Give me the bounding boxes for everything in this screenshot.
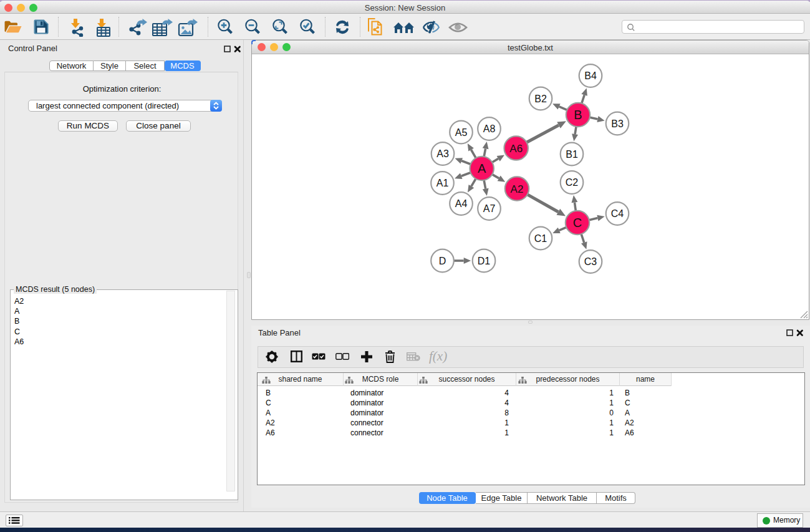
svg-text:C4: C4 bbox=[611, 208, 624, 219]
svg-text:B3: B3 bbox=[611, 118, 624, 129]
svg-text:A8: A8 bbox=[483, 123, 496, 134]
svg-text:B1: B1 bbox=[566, 149, 578, 160]
svg-text:A1: A1 bbox=[436, 178, 449, 188]
svg-text:D1: D1 bbox=[478, 256, 491, 266]
svg-text:A6: A6 bbox=[509, 143, 523, 155]
svg-text:A: A bbox=[478, 162, 486, 175]
svg-text:B: B bbox=[574, 108, 582, 122]
svg-text:A5: A5 bbox=[455, 127, 468, 138]
svg-text:B2: B2 bbox=[534, 94, 547, 104]
svg-text:D: D bbox=[439, 256, 446, 266]
svg-text:B4: B4 bbox=[584, 70, 597, 81]
svg-text:A7: A7 bbox=[483, 203, 496, 214]
svg-text:C3: C3 bbox=[584, 256, 597, 267]
svg-text:C: C bbox=[573, 216, 582, 230]
svg-text:A3: A3 bbox=[436, 148, 449, 159]
svg-text:C2: C2 bbox=[566, 177, 579, 188]
svg-text:A4: A4 bbox=[455, 198, 468, 209]
svg-text:C1: C1 bbox=[534, 233, 547, 244]
svg-text:A2: A2 bbox=[511, 183, 524, 195]
